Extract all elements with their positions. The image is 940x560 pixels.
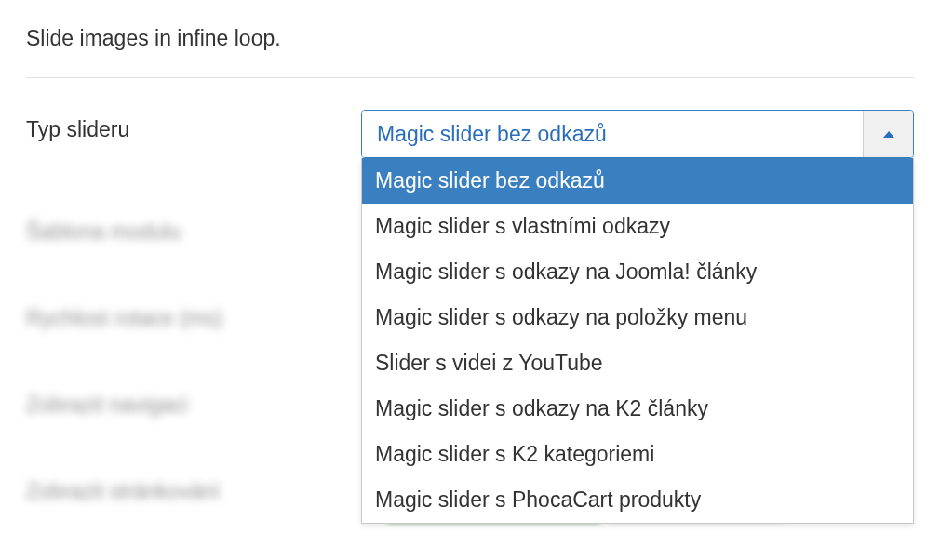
field-label-template: Šablona modulu bbox=[26, 212, 361, 245]
caret-up-icon bbox=[883, 131, 894, 138]
field-label-nav: Zobrazit navigaci bbox=[26, 385, 361, 418]
dropdown-option[interactable]: Magic slider s odkazy na Joomla! články bbox=[362, 249, 913, 295]
dropdown-option[interactable]: Magic slider s vlastními odkazy bbox=[362, 204, 913, 249]
dropdown-option[interactable]: Slider s videi z YouTube bbox=[362, 340, 913, 386]
select-value: Magic slider bez odkazů bbox=[362, 111, 863, 157]
field-label-slider-type: Typ slideru bbox=[26, 110, 361, 142]
field-row-slider-type: Typ slideru Magic slider bez odkazů Magi… bbox=[26, 110, 914, 158]
field-label-pagination: Zobrazit stránkování bbox=[26, 472, 361, 504]
divider bbox=[26, 77, 914, 78]
description-text: Slide images in infine loop. bbox=[26, 26, 914, 51]
slider-type-select[interactable]: Magic slider bez odkazů bbox=[361, 110, 914, 158]
field-label-speed: Rychlost rotace (ms) bbox=[26, 299, 361, 331]
dropdown-option[interactable]: Magic slider bez odkazů bbox=[362, 158, 913, 204]
dropdown-option[interactable]: Magic slider s K2 kategoriemi bbox=[362, 432, 913, 477]
slider-type-dropdown: Magic slider bez odkazů Magic slider s v… bbox=[361, 158, 914, 524]
dropdown-option[interactable]: Magic slider s odkazy na K2 články bbox=[362, 386, 913, 432]
dropdown-option[interactable]: Magic slider s PhocaCart produkty bbox=[362, 477, 913, 523]
select-toggle[interactable] bbox=[863, 111, 913, 157]
dropdown-option[interactable]: Magic slider s odkazy na položky menu bbox=[362, 295, 913, 340]
